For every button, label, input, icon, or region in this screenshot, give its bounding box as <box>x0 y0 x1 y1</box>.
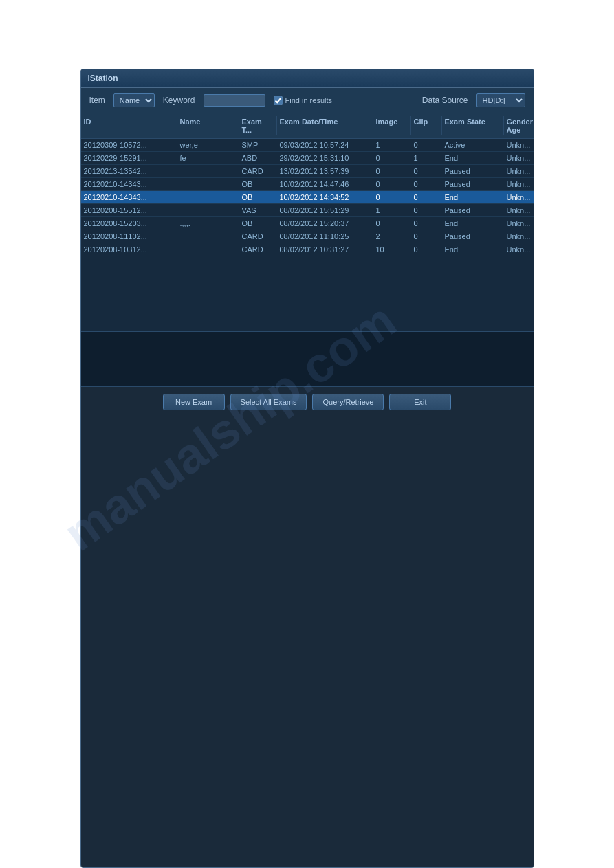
table-cell: ABD <box>239 152 277 164</box>
window-title: iStation <box>88 74 118 83</box>
table-cell: 0 <box>373 178 411 190</box>
table-cell: End <box>442 191 504 203</box>
keyword-input[interactable] <box>204 94 265 107</box>
table-row[interactable]: 20120229-15291...feABD29/02/2012 15:31:1… <box>81 152 534 165</box>
table-cell: 08/02/2012 15:51:29 <box>277 204 373 216</box>
query-retrieve-button[interactable]: Query/Retrieve <box>312 394 384 410</box>
table-cell: 1 <box>373 139 411 151</box>
table-cell: 20120208-10312... <box>81 243 177 256</box>
table-cell <box>177 191 239 203</box>
table-container: ID Name Exam T... Exam Date/Time Image C… <box>81 113 534 331</box>
table-cell: 0 <box>373 191 411 203</box>
table-cell: Paused <box>442 165 504 177</box>
table-cell: 2 <box>373 230 411 243</box>
table-cell: 20120210-14343... <box>81 178 177 190</box>
table-cell: 0 <box>411 243 442 256</box>
table-cell: Unkn... <box>504 204 534 216</box>
table-cell: VAS <box>239 204 277 216</box>
table-cell <box>177 178 239 190</box>
table-cell: 13/02/2012 13:57:39 <box>277 165 373 177</box>
col-clip: Clip <box>411 116 442 135</box>
table-cell: 20120208-11102... <box>81 230 177 243</box>
footer-buttons: New Exam Select All Exams Query/Retrieve… <box>81 386 534 417</box>
datasource-select[interactable]: HD[D:] HD[C:] Network <box>476 93 525 107</box>
table-cell: Unkn... <box>504 139 534 151</box>
table-cell: Unkn... <box>504 178 534 190</box>
table-cell: OB <box>239 178 277 190</box>
table-body: 20120309-10572...wer,eSMP09/03/2012 10:5… <box>81 139 534 331</box>
select-all-button[interactable]: Select All Exams <box>230 394 307 410</box>
item-select[interactable]: Name ID Date <box>113 93 155 107</box>
table-row[interactable]: 20120208-11102...CARD08/02/2012 11:10:25… <box>81 230 534 243</box>
keyword-label: Keyword <box>163 96 195 105</box>
col-image: Image <box>373 116 411 135</box>
table-cell: 08/02/2012 11:10:25 <box>277 230 373 243</box>
col-id: ID <box>81 116 177 135</box>
table-cell: Unkn... <box>504 191 534 203</box>
col-exam-state: Exam State <box>442 116 504 135</box>
table-cell: 10/02/2012 14:47:46 <box>277 178 373 190</box>
table-cell: .,,,. <box>177 217 239 230</box>
table-cell: 0 <box>373 217 411 230</box>
table-row[interactable]: 20120208-10312...CARD08/02/2012 10:31:27… <box>81 243 534 256</box>
table-cell: OB <box>239 191 277 203</box>
table-cell: wer,e <box>177 139 239 151</box>
table-cell: 0 <box>411 178 442 190</box>
table-cell: Unkn... <box>504 217 534 230</box>
table-cell: 08/02/2012 15:20:37 <box>277 217 373 230</box>
find-in-results-checkbox[interactable] <box>274 96 283 105</box>
table-cell <box>177 230 239 243</box>
table-cell: 20120208-15203... <box>81 217 177 230</box>
find-in-results-label[interactable]: Find in results <box>274 96 332 105</box>
table-cell: 0 <box>411 204 442 216</box>
istation-window: iStation Item Name ID Date Keyword Find … <box>80 69 534 868</box>
col-exam-type: Exam T... <box>239 116 277 135</box>
new-exam-button[interactable]: New Exam <box>163 394 225 410</box>
table-cell: CARD <box>239 243 277 256</box>
table-cell: 20120213-13542... <box>81 165 177 177</box>
table-cell: Unkn... <box>504 230 534 243</box>
table-cell: Paused <box>442 204 504 216</box>
table-cell: 10/02/2012 14:34:52 <box>277 191 373 203</box>
datasource-label: Data Source <box>422 96 468 105</box>
item-label: Item <box>89 96 105 105</box>
table-cell: 10 <box>373 243 411 256</box>
table-cell: SMP <box>239 139 277 151</box>
table-header: ID Name Exam T... Exam Date/Time Image C… <box>81 113 534 139</box>
table-cell: Unkn... <box>504 152 534 164</box>
table-cell: 0 <box>373 152 411 164</box>
table-cell: 0 <box>411 191 442 203</box>
table-cell: 29/02/2012 15:31:10 <box>277 152 373 164</box>
table-cell: 0 <box>411 217 442 230</box>
table-cell: OB <box>239 217 277 230</box>
title-bar: iStation <box>81 69 534 88</box>
table-cell: Paused <box>442 230 504 243</box>
table-cell: End <box>442 152 504 164</box>
table-cell: 0 <box>411 165 442 177</box>
col-name: Name <box>177 116 239 135</box>
exit-button[interactable]: Exit <box>389 394 451 410</box>
toolbar: Item Name ID Date Keyword Find in result… <box>81 88 534 113</box>
table-cell: 1 <box>411 152 442 164</box>
table-cell: fe <box>177 152 239 164</box>
table-cell: End <box>442 243 504 256</box>
table-cell: Unkn... <box>504 243 534 256</box>
table-cell: 0 <box>373 165 411 177</box>
table-row[interactable]: 20120210-14343...OB10/02/2012 14:34:5200… <box>81 191 534 204</box>
table-cell: CARD <box>239 165 277 177</box>
table-row[interactable]: 20120208-15203....,,,.OB08/02/2012 15:20… <box>81 217 534 230</box>
table-row[interactable]: 20120309-10572...wer,eSMP09/03/2012 10:5… <box>81 139 534 152</box>
col-gender-age: Gender Age <box>504 116 534 135</box>
table-cell: 0 <box>411 230 442 243</box>
table-cell: 20120208-15512... <box>81 204 177 216</box>
table-cell: 0 <box>411 139 442 151</box>
table-cell: End <box>442 217 504 230</box>
table-row[interactable]: 20120210-14343...OB10/02/2012 14:47:4600… <box>81 178 534 191</box>
table-row[interactable]: 20120208-15512...VAS08/02/2012 15:51:291… <box>81 204 534 217</box>
table-cell: Paused <box>442 178 504 190</box>
preview-area <box>81 331 534 386</box>
table-cell: 1 <box>373 204 411 216</box>
table-cell: CARD <box>239 230 277 243</box>
table-cell: Unkn... <box>504 165 534 177</box>
table-row[interactable]: 20120213-13542...CARD13/02/2012 13:57:39… <box>81 165 534 178</box>
